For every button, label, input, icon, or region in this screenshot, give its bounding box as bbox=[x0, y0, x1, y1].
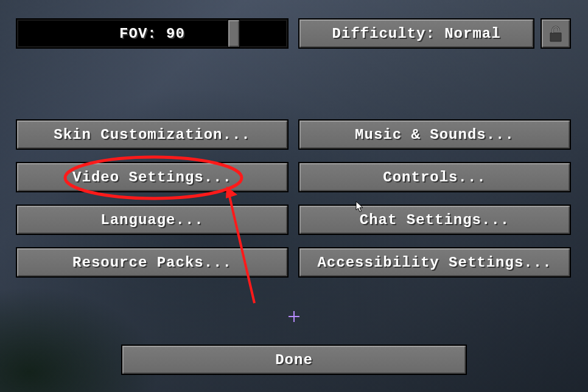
button-label: Music & Sounds... bbox=[355, 127, 514, 143]
button-label: Language... bbox=[100, 212, 203, 228]
video-settings-button[interactable]: Video Settings... bbox=[16, 162, 289, 192]
fov-slider-label: FOV: 90 bbox=[119, 26, 185, 42]
resource-packs-button[interactable]: Resource Packs... bbox=[16, 247, 289, 278]
button-label: Controls... bbox=[383, 169, 486, 186]
accessibility-settings-button[interactable]: Accessibility Settings... bbox=[298, 247, 571, 278]
button-label: Accessibility Settings... bbox=[317, 254, 551, 271]
fov-slider[interactable]: FOV: 90 bbox=[16, 18, 289, 49]
skin-customization-button[interactable]: Skin Customization... bbox=[16, 119, 289, 150]
button-label: Resource Packs... bbox=[72, 254, 232, 271]
done-button[interactable]: Done bbox=[121, 345, 467, 375]
difficulty-lock-button[interactable] bbox=[541, 18, 571, 49]
crosshair-icon bbox=[289, 311, 299, 322]
chat-settings-button[interactable]: Chat Settings... bbox=[298, 205, 571, 235]
button-label: Skin Customization... bbox=[54, 127, 250, 143]
difficulty-label: Difficulty: Normal bbox=[332, 26, 500, 42]
controls-button[interactable]: Controls... bbox=[298, 162, 571, 192]
difficulty-button[interactable]: Difficulty: Normal bbox=[298, 18, 534, 49]
button-label: Video Settings... bbox=[72, 169, 232, 186]
language-button[interactable]: Language... bbox=[16, 205, 289, 235]
button-label: Chat Settings... bbox=[360, 212, 509, 228]
fov-slider-thumb[interactable] bbox=[228, 19, 240, 47]
lock-open-icon bbox=[548, 24, 564, 43]
music-sounds-button[interactable]: Music & Sounds... bbox=[298, 119, 571, 150]
button-label: Done bbox=[275, 352, 313, 368]
